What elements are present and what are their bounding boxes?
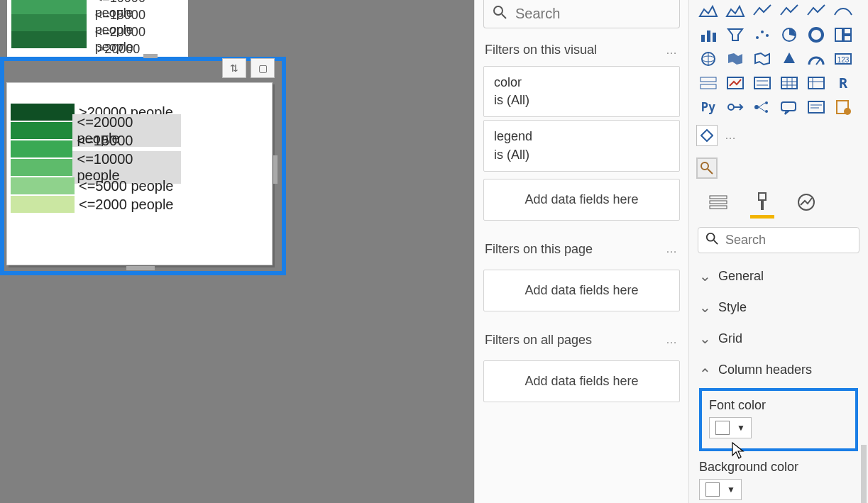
- legend-row[interactable]: <=5000 people: [11, 177, 181, 195]
- qna-icon[interactable]: [777, 96, 801, 118]
- narrative-icon[interactable]: [804, 96, 828, 118]
- pie-icon[interactable]: [777, 24, 801, 45]
- format-search-input[interactable]: [724, 232, 852, 248]
- donut-icon[interactable]: [804, 24, 828, 45]
- focus-icon[interactable]: ▢: [251, 58, 275, 78]
- format-section-column-headers[interactable]: Column headers: [689, 354, 868, 385]
- color-swatch: [11, 122, 72, 139]
- svg-point-5: [756, 36, 759, 39]
- paginated-icon[interactable]: [831, 96, 855, 118]
- format-section-general[interactable]: General: [689, 260, 868, 292]
- svg-line-36: [759, 103, 765, 107]
- funnel-icon[interactable]: [723, 24, 747, 45]
- key-influencers-icon[interactable]: [723, 96, 747, 118]
- arcgis-icon[interactable]: [777, 48, 801, 70]
- ribbon-chart-icon[interactable]: [831, 0, 855, 21]
- filters-all-more-icon[interactable]: …: [666, 333, 679, 346]
- slicer-icon[interactable]: [750, 72, 774, 94]
- selected-visual-outline[interactable]: ⇅ ▢ >20000 people<=20000 people<=15000 p…: [0, 57, 286, 275]
- more-options-icon[interactable]: …: [725, 125, 737, 146]
- svg-rect-22: [754, 77, 770, 89]
- filter-summary: is (All): [494, 92, 669, 109]
- globe-icon[interactable]: [696, 48, 720, 70]
- chevron-down-icon: [699, 299, 711, 316]
- filter-card-legend[interactable]: legend is (All): [483, 120, 680, 171]
- svg-rect-10: [835, 28, 842, 41]
- format-tab[interactable]: [750, 190, 774, 214]
- kpi-icon[interactable]: [723, 72, 747, 94]
- filters-visual-more-icon[interactable]: …: [666, 44, 679, 57]
- svg-rect-50: [710, 206, 727, 209]
- svg-point-39: [765, 110, 768, 113]
- area-chart-icon[interactable]: [696, 0, 720, 21]
- report-canvas[interactable]: <=10000 people<=15000 people<=20000 peop…: [0, 0, 474, 503]
- get-more-visuals-icon[interactable]: [696, 125, 718, 146]
- format-section-label: General: [718, 269, 764, 284]
- selected-visual-card[interactable]: >20000 people<=20000 people<=15000 peopl…: [6, 82, 273, 265]
- format-sections: General Style Grid Column headers Font c…: [689, 260, 868, 503]
- legend-row[interactable]: <=2000 people: [11, 195, 181, 214]
- filled-map-icon[interactable]: [723, 48, 747, 70]
- shape-map-icon[interactable]: [750, 48, 774, 70]
- font-color-picker[interactable]: ▼: [709, 417, 752, 438]
- background-color-label: Background color: [699, 460, 858, 475]
- filter-card-color[interactable]: color is (All): [483, 66, 680, 117]
- search-icon: [493, 5, 507, 23]
- filters-search-box[interactable]: [483, 0, 680, 28]
- chevron-down-icon: [699, 330, 711, 347]
- selected-visual-type-row: [689, 153, 868, 183]
- svg-line-47: [708, 169, 713, 174]
- format-section-label: Column headers: [718, 363, 812, 377]
- filters-visual-title: Filters on this visual: [485, 43, 597, 57]
- legend-label: <=2000 people: [75, 197, 177, 213]
- clustered-column-line-icon[interactable]: [804, 0, 828, 21]
- matrix-icon[interactable]: [804, 72, 828, 94]
- svg-rect-30: [808, 77, 824, 89]
- fields-tab[interactable]: [706, 190, 730, 214]
- legend-label: <=5000 people: [75, 178, 177, 194]
- r-visual-icon[interactable]: R: [831, 72, 855, 94]
- svg-point-54: [707, 233, 715, 241]
- column-chart-icon[interactable]: [696, 24, 720, 45]
- filter-summary: is (All): [494, 146, 669, 164]
- svg-rect-40: [781, 102, 796, 111]
- legend-row[interactable]: <=10000 people: [11, 158, 181, 177]
- treemap-icon[interactable]: [831, 24, 855, 45]
- drill-icon[interactable]: ⇅: [222, 58, 246, 78]
- multirow-card-icon[interactable]: [696, 72, 720, 94]
- filters-visual-add[interactable]: Add data fields here: [483, 179, 680, 221]
- color-swatch: [11, 196, 75, 213]
- svg-line-1: [502, 14, 506, 18]
- format-section-style[interactable]: Style: [689, 292, 868, 323]
- format-section-grid[interactable]: Grid: [689, 323, 868, 354]
- decomp-tree-icon[interactable]: [750, 96, 774, 118]
- color-swatch: [11, 177, 75, 194]
- format-search-box[interactable]: [698, 227, 859, 253]
- svg-rect-25: [781, 77, 797, 89]
- column-line-icon[interactable]: [777, 0, 801, 21]
- gauge-icon[interactable]: [804, 48, 828, 70]
- filters-search-input[interactable]: [514, 5, 671, 23]
- chevron-up-icon: [699, 361, 711, 378]
- line-chart-icon[interactable]: [750, 0, 774, 21]
- table-icon[interactable]: [777, 72, 801, 94]
- format-section-label: Grid: [718, 331, 742, 346]
- python-icon[interactable]: Py: [696, 96, 720, 118]
- format-scrollbar[interactable]: [861, 445, 867, 503]
- svg-text:123: 123: [837, 56, 850, 64]
- selected-visual-type-icon[interactable]: [696, 157, 718, 179]
- filters-page-more-icon[interactable]: …: [666, 243, 679, 255]
- filters-page-title: Filters on this page: [485, 242, 593, 257]
- card-number-icon[interactable]: 123: [831, 48, 855, 70]
- svg-line-55: [714, 241, 718, 244]
- filters-all-add[interactable]: Add data fields here: [483, 360, 680, 402]
- stacked-area-icon[interactable]: [723, 0, 747, 21]
- analytics-tab[interactable]: [794, 190, 818, 214]
- svg-rect-19: [701, 77, 716, 82]
- color-swatch: [11, 159, 72, 176]
- font-color-highlight: Font color ▼: [699, 388, 858, 451]
- svg-point-0: [494, 6, 502, 15]
- background-color-picker[interactable]: ▼: [699, 479, 742, 500]
- filters-page-add[interactable]: Add data fields here: [483, 270, 680, 311]
- scatter-icon[interactable]: [750, 24, 774, 45]
